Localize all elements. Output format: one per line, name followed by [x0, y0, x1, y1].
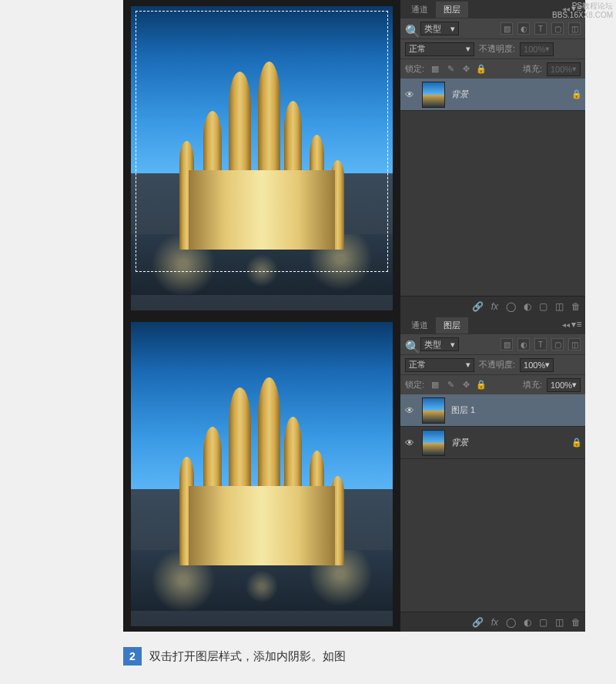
adjustment-layer-icon[interactable]: ◐ — [524, 301, 531, 312]
filter-type-dropdown[interactable]: 类型▾ — [420, 337, 459, 351]
chevron-down-icon: ▾ — [545, 360, 550, 370]
adjustment-layer-icon[interactable]: ◐ — [524, 617, 531, 628]
opacity-input[interactable]: 100%▾ — [520, 358, 554, 372]
layer-fx-icon[interactable]: fx — [491, 301, 498, 312]
layer-thumbnail[interactable] — [422, 82, 445, 108]
filter-adjust-icon[interactable]: ◐ — [517, 22, 530, 35]
lock-label: 锁定: — [405, 379, 424, 391]
filter-shape-icon[interactable]: ▢ — [551, 22, 564, 35]
tab-channels[interactable]: 通道 — [403, 2, 436, 18]
group-icon[interactable]: ▢ — [539, 617, 547, 628]
layers-list: 👁 背景 🔒 — [400, 79, 585, 296]
chevron-down-icon: ▾ — [572, 380, 577, 390]
layers-panel: 通道 图层 ◂◂ ▾≡ 🔍 类型▾ ▧ ◐ T ▢ ◫ — [400, 0, 585, 316]
layer-1[interactable]: 👁 图层 1 — [400, 394, 585, 427]
lock-all-icon[interactable]: 🔒 — [475, 63, 487, 75]
lock-icon: 🔒 — [571, 89, 581, 99]
layer-thumbnail[interactable] — [422, 397, 445, 424]
lock-icon: 🔒 — [571, 438, 581, 448]
tab-layers[interactable]: 图层 — [436, 2, 468, 18]
fill-input[interactable]: 100%▾ — [547, 378, 581, 392]
fill-input[interactable]: 100%▾ — [547, 62, 581, 76]
canvas-image — [131, 322, 393, 626]
filter-type-icon[interactable]: T — [534, 338, 547, 350]
filter-pixel-icon[interactable]: ▧ — [500, 338, 513, 350]
chevron-down-icon: ▾ — [450, 24, 455, 34]
chevron-down-icon: ▾ — [466, 44, 470, 54]
canvas-image — [131, 6, 393, 310]
lock-all-icon[interactable]: 🔒 — [475, 379, 487, 391]
lock-position-icon[interactable]: ✥ — [460, 63, 472, 75]
photoshop-block-1: 通道 图层 ◂◂ ▾≡ 🔍 类型▾ ▧ ◐ T ▢ ◫ — [123, 0, 585, 316]
filter-smart-icon[interactable]: ◫ — [568, 338, 581, 350]
delete-layer-icon[interactable]: 🗑 — [571, 301, 581, 312]
search-icon[interactable]: 🔍 — [405, 340, 414, 349]
step-caption: 2 双击打开图层样式，添加内阴影。如图 — [123, 632, 585, 666]
opacity-label: 不透明度: — [479, 43, 515, 55]
layers-list: 👁 图层 1 👁 背景 🔒 — [400, 394, 585, 612]
canvas-area[interactable] — [123, 316, 400, 632]
delete-layer-icon[interactable]: 🗑 — [571, 617, 581, 628]
chevron-down-icon: ▾ — [572, 64, 577, 74]
layers-panel: 通道 图层 ◂◂ ▾≡ 🔍 类型▾ ▧ ◐ T ▢ ◫ — [400, 316, 585, 632]
layer-name[interactable]: 背景 — [451, 89, 565, 100]
layer-mask-icon[interactable]: ◯ — [506, 301, 516, 312]
blend-row: 正常▾ 不透明度: 100%▾ — [400, 39, 585, 59]
fill-label: 填充: — [523, 379, 542, 391]
new-layer-icon[interactable]: ◫ — [555, 301, 564, 312]
filter-shape-icon[interactable]: ▢ — [551, 338, 564, 350]
photoshop-block-2: 通道 图层 ◂◂ ▾≡ 🔍 类型▾ ▧ ◐ T ▢ ◫ — [123, 316, 585, 632]
layer-name[interactable]: 图层 1 — [451, 404, 581, 416]
filter-smart-icon[interactable]: ◫ — [568, 22, 581, 35]
opacity-label: 不透明度: — [479, 359, 515, 370]
filter-icons: ▧ ◐ T ▢ ◫ — [500, 338, 581, 350]
opacity-input[interactable]: 100%▾ — [520, 42, 554, 56]
layer-name[interactable]: 背景 — [451, 437, 565, 448]
lock-row: 锁定: ▩ ✎ ✥ 🔒 填充: 100%▾ — [400, 59, 585, 79]
blend-mode-dropdown[interactable]: 正常▾ — [405, 358, 474, 372]
panel-menu-icon[interactable]: ▾≡ — [571, 319, 582, 330]
tab-channels[interactable]: 通道 — [403, 317, 436, 334]
layer-background[interactable]: 👁 背景 🔒 — [400, 79, 585, 111]
layer-thumbnail[interactable] — [422, 430, 445, 456]
layer-fx-icon[interactable]: fx — [491, 617, 498, 628]
lock-paint-icon[interactable]: ✎ — [444, 379, 457, 391]
link-layers-icon[interactable]: 🔗 — [472, 617, 484, 628]
canvas-area[interactable] — [123, 0, 400, 316]
lock-transparency-icon[interactable]: ▩ — [429, 379, 441, 391]
layer-background[interactable]: 👁 背景 🔒 — [400, 427, 585, 459]
layer-filter-row: 🔍 类型▾ ▧ ◐ T ▢ ◫ — [400, 334, 585, 354]
lock-paint-icon[interactable]: ✎ — [444, 63, 457, 75]
collapse-icon[interactable]: ◂◂ — [562, 320, 570, 329]
selection-marquee — [136, 11, 388, 272]
link-layers-icon[interactable]: 🔗 — [472, 301, 484, 312]
watermark: PS教程论坛 BBS.16XX8.COM — [552, 2, 613, 20]
lock-row: 锁定: ▩ ✎ ✥ 🔒 填充: 100%▾ — [400, 374, 585, 394]
step-text: 双击打开图层样式，添加内阴影。如图 — [149, 649, 346, 664]
step-number-badge: 2 — [123, 647, 142, 666]
layer-mask-icon[interactable]: ◯ — [506, 617, 516, 628]
filter-pixel-icon[interactable]: ▧ — [500, 22, 513, 35]
visibility-eye-icon[interactable]: 👁 — [405, 405, 416, 416]
new-layer-icon[interactable]: ◫ — [555, 617, 564, 628]
visibility-eye-icon[interactable]: 👁 — [405, 89, 416, 100]
chevron-down-icon: ▾ — [545, 44, 550, 54]
chevron-down-icon: ▾ — [466, 360, 470, 370]
lock-transparency-icon[interactable]: ▩ — [429, 63, 441, 75]
blend-mode-dropdown[interactable]: 正常▾ — [405, 42, 474, 56]
search-icon[interactable]: 🔍 — [405, 24, 414, 33]
filter-icons: ▧ ◐ T ▢ ◫ — [500, 22, 581, 35]
panel-bottom-bar: 🔗 fx ◯ ◐ ▢ ◫ 🗑 — [400, 612, 585, 632]
fill-label: 填充: — [523, 63, 542, 75]
filter-type-dropdown[interactable]: 类型▾ — [420, 22, 459, 35]
panel-bottom-bar: 🔗 fx ◯ ◐ ▢ ◫ 🗑 — [400, 296, 585, 316]
tab-layers[interactable]: 图层 — [436, 317, 468, 334]
lock-position-icon[interactable]: ✥ — [460, 379, 472, 391]
filter-type-icon[interactable]: T — [534, 22, 547, 35]
group-icon[interactable]: ▢ — [539, 301, 547, 312]
filter-adjust-icon[interactable]: ◐ — [517, 338, 530, 350]
lock-label: 锁定: — [405, 63, 424, 75]
tutorial-content: 通道 图层 ◂◂ ▾≡ 🔍 类型▾ ▧ ◐ T ▢ ◫ — [123, 0, 585, 666]
layer-filter-row: 🔍 类型▾ ▧ ◐ T ▢ ◫ — [400, 18, 585, 39]
visibility-eye-icon[interactable]: 👁 — [405, 438, 416, 448]
